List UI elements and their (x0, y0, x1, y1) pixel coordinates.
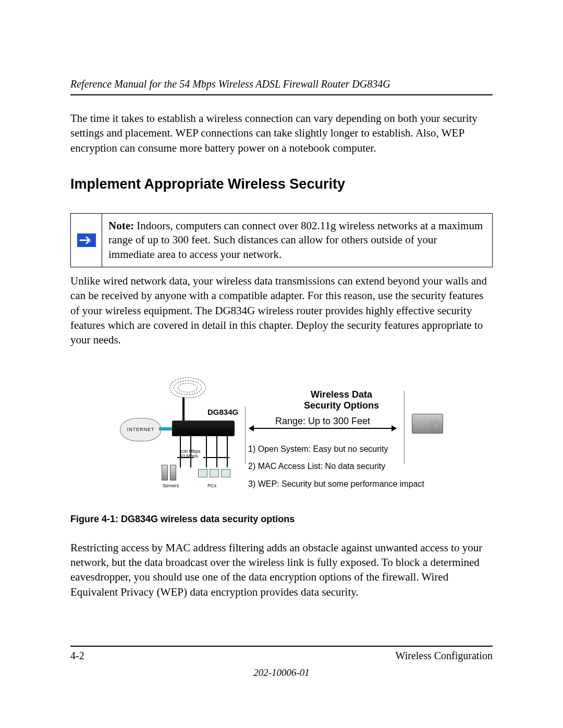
figure: DG834G INTERNET 100 Mbps 10 Mbps Servers… (125, 376, 438, 493)
note-icon-cell (71, 214, 102, 267)
servers-label: Servers (163, 483, 179, 488)
note-box: Note: Indoors, computers can connect ove… (70, 213, 493, 267)
options-title: Wireless Data Security Options (245, 389, 438, 412)
closing-paragraph: Restricting access by MAC address filter… (70, 540, 493, 599)
footer-section: Wireless Configuration (396, 650, 493, 662)
cloud-icon: INTERNET (120, 418, 162, 441)
page-footer: 4-2 Wireless Configuration 202-10006-01 (70, 646, 493, 678)
pcs-icon (198, 469, 230, 477)
figure-caption: Figure 4-1: DG834G wireless data securit… (70, 514, 493, 525)
note-label: Note: (108, 219, 134, 232)
footer-rule (70, 646, 493, 647)
pcs-label: PCs (207, 483, 216, 488)
page: Reference Manual for the 54 Mbps Wireles… (0, 0, 563, 728)
range-text: Range: Up to 300 Feet (245, 416, 400, 427)
speed-10: 10 Mbps (180, 454, 201, 459)
range-arrow-icon (249, 428, 396, 429)
running-header: Reference Manual for the 54 Mbps Wireles… (70, 78, 493, 90)
intro-paragraph: The time it takes to establish a wireles… (70, 111, 493, 155)
option-item: 2) MAC Access List: No data security (248, 458, 438, 475)
range-bound-left-icon (245, 406, 246, 464)
after-note-paragraph: Unlike wired network data, your wireless… (70, 274, 493, 348)
range-bound-right-icon (404, 391, 405, 464)
note-text: Note: Indoors, computers can connect ove… (102, 214, 492, 267)
doc-number: 202-10006-01 (70, 667, 493, 678)
router-label: DG834G (207, 408, 238, 416)
options-title-l1: Wireless Data (311, 389, 372, 400)
radio-waves-icon (169, 377, 206, 398)
speed-labels: 100 Mbps 10 Mbps (180, 449, 201, 459)
arrow-right-icon (77, 233, 96, 247)
servers-icon (162, 465, 176, 480)
option-item: 3) WEP: Security but some performance im… (248, 475, 438, 493)
options-block: Wireless Data Security Options Range: Up… (245, 376, 438, 493)
router-icon (172, 421, 235, 436)
option-item: 1) Open System: Easy but no security (248, 440, 438, 458)
options-list: 1) Open System: Easy but no security 2) … (245, 440, 438, 493)
page-number: 4-2 (70, 650, 84, 662)
laptop-waves-icon (430, 421, 442, 433)
antenna-icon (182, 397, 185, 423)
section-heading: Implement Appropriate Wireless Security (70, 176, 493, 192)
header-rule (70, 94, 493, 95)
options-title-l2: Security Options (304, 400, 379, 411)
